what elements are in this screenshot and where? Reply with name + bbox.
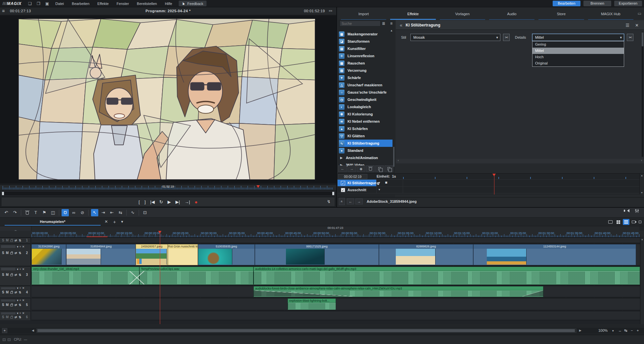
snap-magnet-icon[interactable]: Ω bbox=[62, 209, 69, 216]
effect-geschwindigkeit[interactable]: ◷Geschwindigkeit bbox=[339, 96, 392, 103]
curve-mode-icon[interactable]: ∿ bbox=[129, 209, 136, 216]
track-size-icon[interactable]: ⇅ bbox=[19, 251, 22, 255]
track-size-icon[interactable]: ⇅ bbox=[19, 291, 22, 294]
option-hoch[interactable]: Hoch bbox=[532, 54, 624, 60]
track-add-icon[interactable]: + bbox=[20, 312, 21, 315]
add-track-button[interactable]: + bbox=[2, 328, 7, 333]
redo-icon[interactable]: ↷ bbox=[11, 209, 19, 216]
effect-stanzformen[interactable]: ◪Stanzformen bbox=[339, 38, 392, 45]
track-lane-4[interactable]: audioblocks-forest-birds-close-ambience-… bbox=[31, 286, 640, 297]
zoom-in-icon[interactable]: + bbox=[637, 328, 639, 332]
play-icon[interactable]: ▶ bbox=[167, 199, 171, 204]
fade-out-handle[interactable] bbox=[523, 290, 543, 296]
window-layout-icon[interactable] bbox=[3, 338, 6, 341]
panel-menu-icon[interactable]: ☰ bbox=[625, 23, 629, 28]
title-editor-icon[interactable]: T bbox=[32, 209, 39, 216]
scroll-up-icon[interactable]: ▲ bbox=[640, 174, 644, 177]
track-name-input[interactable] bbox=[1, 287, 16, 290]
track-size-icon[interactable]: ⇅ bbox=[19, 316, 22, 319]
mouse-mode-single-icon[interactable]: ⇥ bbox=[100, 209, 107, 216]
hscroll-thumb[interactable] bbox=[37, 329, 575, 332]
track-lane-5[interactable]: explosion-blast-lightning-bolt... bbox=[31, 298, 640, 310]
view-timeline-icon[interactable] bbox=[623, 219, 629, 225]
unlink-objects-icon[interactable]: ⊘ bbox=[79, 209, 86, 216]
solo-button[interactable]: S bbox=[2, 303, 4, 307]
group-objects-icon[interactable]: ◫ bbox=[49, 209, 57, 216]
mode-exportieren-button[interactable]: Exportieren bbox=[614, 1, 642, 6]
track-size-icon[interactable]: ⇅ bbox=[19, 273, 22, 277]
audio-clip[interactable]: audioblocks-forest-birds-close-ambience-… bbox=[253, 286, 543, 297]
effect-ki-glaetten[interactable]: ▽KI Glätten bbox=[339, 132, 392, 140]
project-tab-list-icon[interactable]: ▾ bbox=[121, 219, 123, 224]
range-start-bracket-icon[interactable]: [ bbox=[139, 199, 140, 204]
previous-object-icon[interactable]: ← bbox=[347, 198, 354, 204]
window-layout-icon-2[interactable] bbox=[8, 338, 11, 341]
lock-icon[interactable] bbox=[10, 317, 13, 319]
undo-icon[interactable]: ↶ bbox=[3, 209, 10, 216]
group-ansicht-animation[interactable]: ▶Ansicht/Animation bbox=[339, 154, 392, 161]
solo-button[interactable]: S bbox=[2, 290, 4, 294]
track-menu-chevron-icon[interactable]: ▾ bbox=[17, 312, 19, 315]
lock-icon[interactable] bbox=[10, 304, 13, 306]
stil-select[interactable]: Mosaik ▾ bbox=[410, 34, 500, 41]
tab-magix-hub[interactable]: MAGIX Hub bbox=[586, 10, 635, 20]
jump-to-end-icon[interactable]: →| bbox=[185, 199, 190, 204]
audio-clip[interactable]: TempPreviewAudioClip1.wav bbox=[139, 267, 253, 285]
effect-schaerfe[interactable]: ▼Schärfe bbox=[339, 74, 392, 81]
paste-keyframe-icon[interactable] bbox=[385, 165, 393, 172]
effect-standard[interactable]: ●Standard bbox=[339, 147, 392, 154]
mute-button[interactable]: M bbox=[6, 303, 9, 307]
mute-button[interactable]: M bbox=[6, 238, 9, 242]
tab-store[interactable]: Store bbox=[536, 10, 586, 20]
lock-icon[interactable] bbox=[10, 240, 13, 242]
zoom-out-icon[interactable]: − bbox=[631, 328, 633, 332]
solo-button[interactable]: S bbox=[2, 238, 4, 242]
track-add-icon[interactable]: + bbox=[20, 268, 21, 271]
delete-keyframe-icon[interactable] bbox=[366, 165, 375, 172]
search-input[interactable] bbox=[340, 21, 381, 26]
track-menu-chevron-icon[interactable]: ▾ bbox=[17, 286, 19, 290]
mixer-icon[interactable] bbox=[635, 209, 639, 213]
video-clip[interactable]: 313342890.jpeg bbox=[31, 244, 66, 265]
details-select[interactable]: Mittel ▾ bbox=[532, 34, 624, 41]
list-view-icon[interactable]: ≣ bbox=[382, 21, 385, 26]
mouse-mode-stretch-icon[interactable]: ⇆ bbox=[117, 209, 124, 216]
fade-in-handle[interactable] bbox=[254, 290, 353, 296]
effect-ki-schaerfen[interactable]: ▲KI Schärfen bbox=[339, 125, 392, 132]
open-project-icon[interactable]: ❐ bbox=[35, 1, 42, 6]
tree-view-icon[interactable]: ≡ bbox=[390, 21, 392, 26]
tab-import[interactable]: Import bbox=[339, 10, 388, 20]
audio-clip[interactable]: explosion-blast-lightning-bolt... bbox=[288, 298, 336, 310]
zoom-level-value[interactable]: 100% bbox=[598, 328, 608, 332]
effect-unscharf-maskieren[interactable]: △Unscharf maskieren bbox=[339, 81, 392, 89]
timeline-ruler[interactable]: 00:00:00:00 00:00:05:00 00:00:10:00 00:0… bbox=[0, 231, 644, 237]
scroll-prev-icon[interactable]: ‹ bbox=[398, 159, 399, 162]
video-clip[interactable]: 82889826.jpeg bbox=[379, 244, 473, 265]
detail-scrollbar-thumb[interactable] bbox=[642, 32, 643, 46]
video-clip[interactable]: 1124553144.jpeg bbox=[473, 244, 636, 265]
keyframe-row-stiluebertragung[interactable]: ✓ KI Stilübertragung ▾ ◙ bbox=[338, 180, 639, 187]
stil-reset-button[interactable]: >< bbox=[503, 34, 510, 41]
expand-chevron-icon[interactable]: ▾ bbox=[379, 181, 380, 184]
scroll-left-icon[interactable]: ◀ bbox=[32, 329, 34, 332]
audio-volume-icon[interactable] bbox=[627, 209, 629, 213]
scroll-down-icon[interactable]: ▼ bbox=[640, 192, 644, 194]
transition-icon[interactable]: ⇄ bbox=[15, 239, 17, 242]
video-clip-selected[interactable]: 245928057.jpeg bbox=[136, 244, 168, 265]
track-add-icon[interactable]: + bbox=[20, 299, 21, 302]
timeline-playhead[interactable] bbox=[160, 234, 160, 324]
solo-button[interactable]: S bbox=[2, 315, 4, 319]
scroll-up-icon[interactable]: ▲ bbox=[640, 238, 644, 240]
next-object-icon[interactable]: → bbox=[355, 198, 363, 204]
track-close-icon[interactable]: ✕ bbox=[22, 268, 25, 271]
keyframe-timecode[interactable]: 00:00:02:19 bbox=[338, 174, 367, 179]
keyframe-playhead[interactable] bbox=[494, 174, 494, 194]
track-name-input[interactable] bbox=[1, 312, 16, 315]
audio-clip[interactable]: very-close-thunder_Gkl_1B4d.mp3 bbox=[31, 267, 139, 285]
mouse-mode-pointer-icon[interactable]: ↖ bbox=[91, 209, 98, 216]
view-storyboard-icon[interactable] bbox=[615, 219, 621, 225]
transition-icon[interactable]: ⇄ bbox=[15, 251, 17, 255]
zoom-dropdown-icon[interactable]: ▾ bbox=[612, 329, 614, 332]
effect-linsenreflexion[interactable]: ✧Linsenreflexion bbox=[339, 52, 392, 60]
zoom-fit-width-icon[interactable]: ↔ bbox=[618, 328, 622, 332]
